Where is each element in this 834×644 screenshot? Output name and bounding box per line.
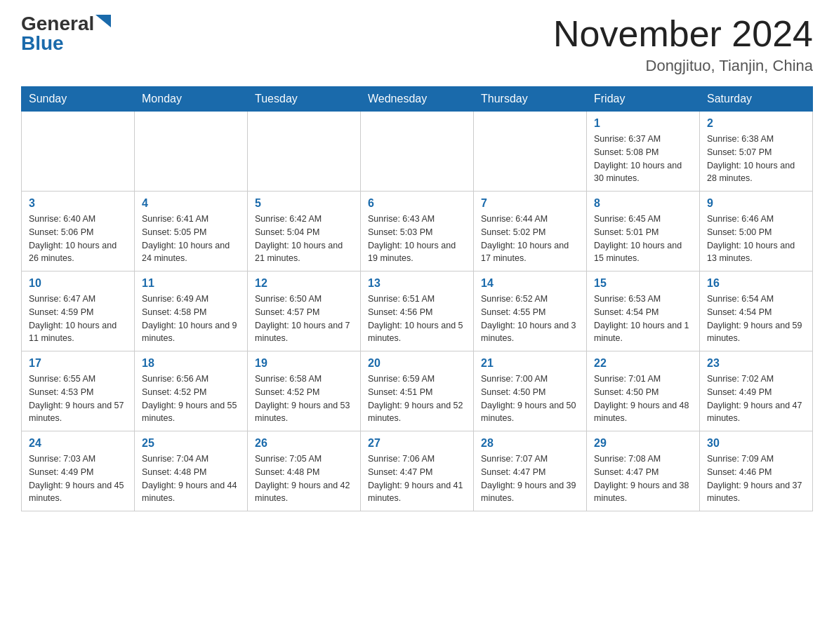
day-number: 3	[29, 197, 127, 210]
day-info: Sunrise: 7:09 AMSunset: 4:46 PMDaylight:…	[707, 452, 805, 505]
calendar-cell: 2Sunrise: 6:38 AMSunset: 5:07 PMDaylight…	[700, 112, 813, 192]
calendar-cell	[474, 112, 587, 192]
calendar-cell: 17Sunrise: 6:55 AMSunset: 4:53 PMDayligh…	[22, 351, 135, 431]
day-number: 22	[594, 357, 692, 370]
day-number: 16	[707, 277, 805, 290]
page-header: General Blue November 2024 Dongjituo, Ti…	[21, 14, 813, 75]
day-info: Sunrise: 6:54 AMSunset: 4:54 PMDaylight:…	[707, 293, 805, 345]
calendar-cell: 28Sunrise: 7:07 AMSunset: 4:47 PMDayligh…	[474, 431, 587, 511]
calendar-cell: 16Sunrise: 6:54 AMSunset: 4:54 PMDayligh…	[700, 271, 813, 351]
calendar-cell: 26Sunrise: 7:05 AMSunset: 4:48 PMDayligh…	[248, 431, 361, 511]
day-number: 5	[255, 197, 353, 210]
day-info: Sunrise: 6:40 AMSunset: 5:06 PMDaylight:…	[29, 213, 127, 265]
day-info: Sunrise: 7:03 AMSunset: 4:49 PMDaylight:…	[29, 452, 127, 505]
day-number: 25	[142, 437, 240, 450]
week-row-3: 10Sunrise: 6:47 AMSunset: 4:59 PMDayligh…	[22, 271, 813, 351]
calendar-cell: 13Sunrise: 6:51 AMSunset: 4:56 PMDayligh…	[361, 271, 474, 351]
day-info: Sunrise: 6:46 AMSunset: 5:00 PMDaylight:…	[707, 213, 805, 265]
calendar-cell: 12Sunrise: 6:50 AMSunset: 4:57 PMDayligh…	[248, 271, 361, 351]
day-number: 18	[142, 357, 240, 370]
weekday-header-friday: Friday	[587, 87, 700, 112]
month-title: November 2024	[553, 14, 813, 54]
day-number: 23	[707, 357, 805, 370]
day-number: 21	[481, 357, 579, 370]
location-title: Dongjituo, Tianjin, China	[553, 57, 813, 75]
day-number: 12	[255, 277, 353, 290]
calendar-cell	[22, 112, 135, 192]
calendar-cell: 23Sunrise: 7:02 AMSunset: 4:49 PMDayligh…	[700, 351, 813, 431]
calendar-cell: 6Sunrise: 6:43 AMSunset: 5:03 PMDaylight…	[361, 192, 474, 271]
week-row-5: 24Sunrise: 7:03 AMSunset: 4:49 PMDayligh…	[22, 431, 813, 511]
day-info: Sunrise: 6:52 AMSunset: 4:55 PMDaylight:…	[481, 293, 579, 345]
day-info: Sunrise: 7:00 AMSunset: 4:50 PMDaylight:…	[481, 373, 579, 425]
day-number: 4	[142, 197, 240, 210]
day-info: Sunrise: 6:53 AMSunset: 4:54 PMDaylight:…	[594, 293, 692, 345]
day-info: Sunrise: 6:55 AMSunset: 4:53 PMDaylight:…	[29, 373, 127, 425]
day-info: Sunrise: 6:59 AMSunset: 4:51 PMDaylight:…	[368, 373, 466, 425]
day-number: 11	[142, 277, 240, 290]
day-info: Sunrise: 6:58 AMSunset: 4:52 PMDaylight:…	[255, 373, 353, 425]
calendar-cell: 10Sunrise: 6:47 AMSunset: 4:59 PMDayligh…	[22, 271, 135, 351]
day-number: 17	[29, 357, 127, 370]
day-info: Sunrise: 6:41 AMSunset: 5:05 PMDaylight:…	[142, 213, 240, 265]
day-number: 19	[255, 357, 353, 370]
weekday-header-monday: Monday	[135, 87, 248, 112]
day-number: 29	[594, 437, 692, 450]
day-info: Sunrise: 6:37 AMSunset: 5:08 PMDaylight:…	[594, 133, 692, 185]
calendar-cell: 4Sunrise: 6:41 AMSunset: 5:05 PMDaylight…	[135, 192, 248, 271]
calendar-table: SundayMondayTuesdayWednesdayThursdayFrid…	[21, 86, 813, 511]
calendar-cell: 15Sunrise: 6:53 AMSunset: 4:54 PMDayligh…	[587, 271, 700, 351]
day-info: Sunrise: 6:50 AMSunset: 4:57 PMDaylight:…	[255, 293, 353, 345]
calendar-cell: 21Sunrise: 7:00 AMSunset: 4:50 PMDayligh…	[474, 351, 587, 431]
svg-marker-0	[95, 15, 111, 27]
calendar-cell: 24Sunrise: 7:03 AMSunset: 4:49 PMDayligh…	[22, 431, 135, 511]
day-number: 7	[481, 197, 579, 210]
day-info: Sunrise: 7:07 AMSunset: 4:47 PMDaylight:…	[481, 452, 579, 505]
day-number: 1	[594, 117, 692, 130]
calendar-cell: 18Sunrise: 6:56 AMSunset: 4:52 PMDayligh…	[135, 351, 248, 431]
day-number: 14	[481, 277, 579, 290]
day-number: 26	[255, 437, 353, 450]
title-block: November 2024 Dongjituo, Tianjin, China	[553, 14, 813, 75]
day-info: Sunrise: 6:44 AMSunset: 5:02 PMDaylight:…	[481, 213, 579, 265]
calendar-cell: 8Sunrise: 6:45 AMSunset: 5:01 PMDaylight…	[587, 192, 700, 271]
weekday-header-saturday: Saturday	[700, 87, 813, 112]
day-number: 27	[368, 437, 466, 450]
day-number: 20	[368, 357, 466, 370]
day-info: Sunrise: 6:45 AMSunset: 5:01 PMDaylight:…	[594, 213, 692, 265]
day-number: 24	[29, 437, 127, 450]
calendar-cell: 30Sunrise: 7:09 AMSunset: 4:46 PMDayligh…	[700, 431, 813, 511]
calendar-cell: 5Sunrise: 6:42 AMSunset: 5:04 PMDaylight…	[248, 192, 361, 271]
week-row-1: 1Sunrise: 6:37 AMSunset: 5:08 PMDaylight…	[22, 112, 813, 192]
calendar-cell: 11Sunrise: 6:49 AMSunset: 4:58 PMDayligh…	[135, 271, 248, 351]
day-number: 13	[368, 277, 466, 290]
calendar-cell: 14Sunrise: 6:52 AMSunset: 4:55 PMDayligh…	[474, 271, 587, 351]
calendar-cell: 7Sunrise: 6:44 AMSunset: 5:02 PMDaylight…	[474, 192, 587, 271]
day-number: 10	[29, 277, 127, 290]
logo-blue-text: Blue	[21, 34, 64, 53]
day-info: Sunrise: 6:56 AMSunset: 4:52 PMDaylight:…	[142, 373, 240, 425]
logo-arrow-icon	[95, 15, 111, 27]
day-info: Sunrise: 7:08 AMSunset: 4:47 PMDaylight:…	[594, 452, 692, 505]
day-info: Sunrise: 6:49 AMSunset: 4:58 PMDaylight:…	[142, 293, 240, 345]
day-number: 2	[707, 117, 805, 130]
day-info: Sunrise: 6:42 AMSunset: 5:04 PMDaylight:…	[255, 213, 353, 265]
day-info: Sunrise: 7:05 AMSunset: 4:48 PMDaylight:…	[255, 452, 353, 505]
weekday-header-tuesday: Tuesday	[248, 87, 361, 112]
calendar-cell: 9Sunrise: 6:46 AMSunset: 5:00 PMDaylight…	[700, 192, 813, 271]
calendar-cell: 20Sunrise: 6:59 AMSunset: 4:51 PMDayligh…	[361, 351, 474, 431]
calendar-cell: 1Sunrise: 6:37 AMSunset: 5:08 PMDaylight…	[587, 112, 700, 192]
day-info: Sunrise: 7:04 AMSunset: 4:48 PMDaylight:…	[142, 452, 240, 505]
calendar-cell: 19Sunrise: 6:58 AMSunset: 4:52 PMDayligh…	[248, 351, 361, 431]
calendar-cell: 27Sunrise: 7:06 AMSunset: 4:47 PMDayligh…	[361, 431, 474, 511]
day-info: Sunrise: 7:06 AMSunset: 4:47 PMDaylight:…	[368, 452, 466, 505]
calendar-cell: 22Sunrise: 7:01 AMSunset: 4:50 PMDayligh…	[587, 351, 700, 431]
day-info: Sunrise: 6:47 AMSunset: 4:59 PMDaylight:…	[29, 293, 127, 345]
weekday-header-thursday: Thursday	[474, 87, 587, 112]
day-number: 6	[368, 197, 466, 210]
calendar-cell: 25Sunrise: 7:04 AMSunset: 4:48 PMDayligh…	[135, 431, 248, 511]
logo: General Blue	[21, 14, 111, 53]
weekday-header-sunday: Sunday	[22, 87, 135, 112]
day-number: 9	[707, 197, 805, 210]
day-number: 8	[594, 197, 692, 210]
